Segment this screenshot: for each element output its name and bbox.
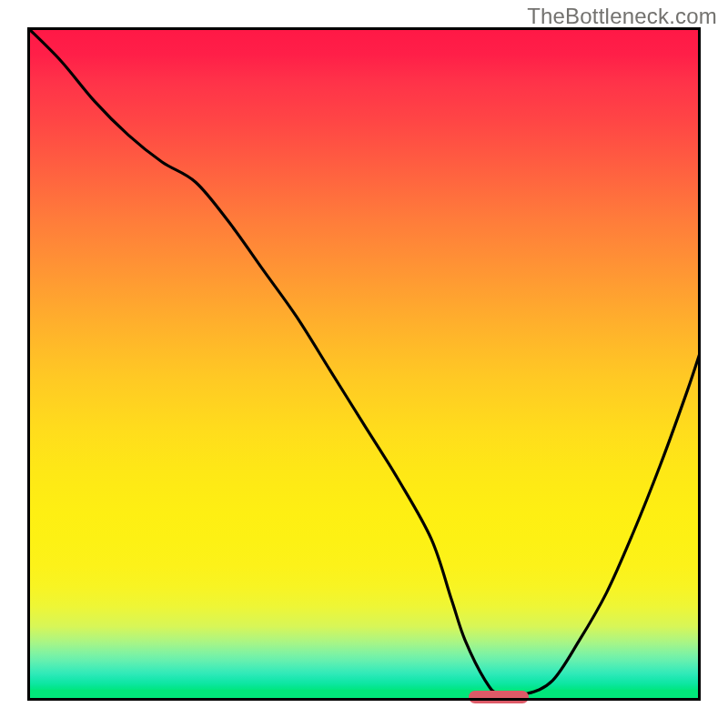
- chart-container: TheBottleneck.com: [0, 0, 728, 728]
- watermark-text: TheBottleneck.com: [527, 4, 717, 29]
- chart-green-band: [27, 690, 701, 701]
- chart-background-gradient: [27, 27, 701, 701]
- chart-green-fade: [27, 626, 701, 690]
- minimum-marker: [469, 691, 530, 703]
- plot-frame: [27, 27, 701, 701]
